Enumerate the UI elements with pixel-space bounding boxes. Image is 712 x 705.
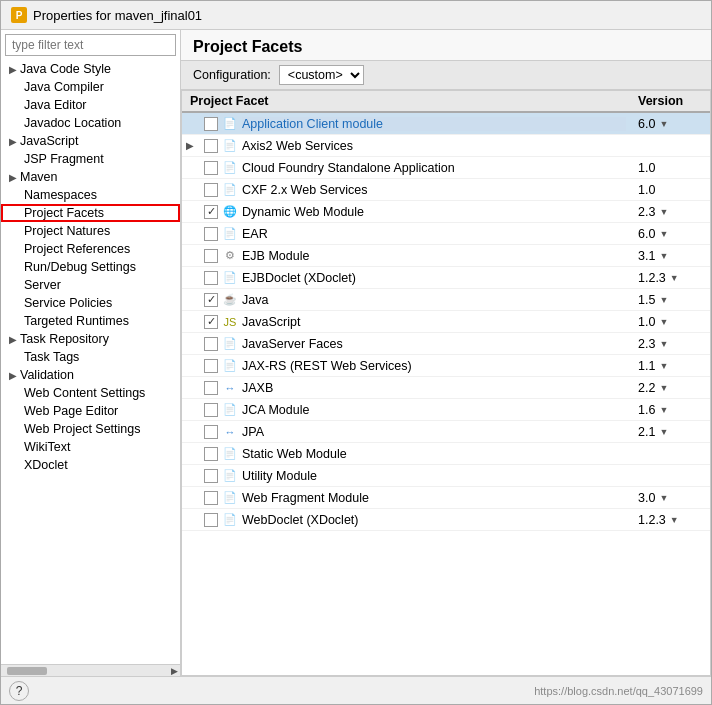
row-checkbox[interactable]	[204, 425, 218, 439]
version-dropdown-arrow[interactable]: ▼	[659, 339, 668, 349]
version-dropdown-arrow[interactable]: ▼	[659, 427, 668, 437]
table-row[interactable]: 📄Utility Module	[182, 465, 710, 487]
sidebar-item-label: Project References	[24, 242, 130, 256]
sidebar-item[interactable]: Targeted Runtimes	[1, 312, 180, 330]
sidebar-item[interactable]: Server	[1, 276, 180, 294]
row-checkbox[interactable]	[204, 183, 218, 197]
table-row[interactable]: 📄Application Client module6.0▼	[182, 113, 710, 135]
version-dropdown-arrow[interactable]: ▼	[670, 515, 679, 525]
sidebar-horiz-scroll[interactable]: ▶	[1, 664, 180, 676]
row-checkbox[interactable]	[204, 139, 218, 153]
table-row[interactable]: ▶📄Axis2 Web Services	[182, 135, 710, 157]
sidebar-item[interactable]: Task Tags	[1, 348, 180, 366]
version-dropdown-arrow[interactable]: ▼	[659, 405, 668, 415]
sidebar-item-label: Project Natures	[24, 224, 110, 238]
row-checkbox[interactable]	[204, 469, 218, 483]
config-label: Configuration:	[193, 68, 271, 82]
table-row[interactable]: 📄EJBDoclet (XDoclet)1.2.3▼	[182, 267, 710, 289]
sidebar-item[interactable]: Javadoc Location	[1, 114, 180, 132]
sidebar-item[interactable]: Web Content Settings	[1, 384, 180, 402]
version-dropdown-arrow[interactable]: ▼	[659, 295, 668, 305]
row-checkbox[interactable]	[204, 447, 218, 461]
sidebar-item[interactable]: WikiText	[1, 438, 180, 456]
table-row[interactable]: 📄WebDoclet (XDoclet)1.2.3▼	[182, 509, 710, 531]
version-dropdown-arrow[interactable]: ▼	[659, 493, 668, 503]
scroll-right-arrow[interactable]: ▶	[171, 666, 178, 676]
table-row[interactable]: ✓JSJavaScript1.0▼	[182, 311, 710, 333]
table-row[interactable]: ⚙EJB Module3.1▼	[182, 245, 710, 267]
table-row[interactable]: 📄Cloud Foundry Standalone Application1.0	[182, 157, 710, 179]
row-checkbox[interactable]	[204, 227, 218, 241]
row-label: JavaScript	[242, 315, 626, 329]
table-row[interactable]: 📄Web Fragment Module3.0▼	[182, 487, 710, 509]
row-icon: 📄	[222, 182, 238, 198]
version-dropdown-arrow[interactable]: ▼	[659, 317, 668, 327]
sidebar-item[interactable]: Web Project Settings	[1, 420, 180, 438]
row-checkbox[interactable]	[204, 359, 218, 373]
col-header-version: Version	[630, 91, 710, 111]
sidebar-item[interactable]: ▶Maven	[1, 168, 180, 186]
table-row[interactable]: ↔JAXB2.2▼	[182, 377, 710, 399]
sidebar-item[interactable]: Project Natures	[1, 222, 180, 240]
row-checkbox[interactable]: ✓	[204, 315, 218, 329]
sidebar-item[interactable]: ▶JavaScript	[1, 132, 180, 150]
row-version: 1.6▼	[630, 402, 710, 418]
row-version: 1.2.3▼	[630, 512, 710, 528]
sidebar-item[interactable]: Run/Debug Settings	[1, 258, 180, 276]
table-row[interactable]: ✓🌐Dynamic Web Module2.3▼	[182, 201, 710, 223]
version-dropdown-arrow[interactable]: ▼	[670, 273, 679, 283]
row-icon: 📄	[222, 358, 238, 374]
row-checkbox[interactable]: ✓	[204, 293, 218, 307]
sidebar-item[interactable]: Web Page Editor	[1, 402, 180, 420]
table-row[interactable]: 📄JCA Module1.6▼	[182, 399, 710, 421]
sidebar-item[interactable]: Namespaces	[1, 186, 180, 204]
row-label: JPA	[242, 425, 626, 439]
row-checkbox[interactable]	[204, 403, 218, 417]
row-checkbox[interactable]	[204, 491, 218, 505]
table-row[interactable]: 📄Static Web Module	[182, 443, 710, 465]
row-version: 2.3▼	[630, 204, 710, 220]
row-checkbox[interactable]	[204, 117, 218, 131]
table-row[interactable]: 📄EAR6.0▼	[182, 223, 710, 245]
row-checkbox[interactable]	[204, 161, 218, 175]
row-checkbox[interactable]	[204, 513, 218, 527]
version-dropdown-arrow[interactable]: ▼	[659, 207, 668, 217]
sidebar-item[interactable]: Project References	[1, 240, 180, 258]
table-row[interactable]: 📄CXF 2.x Web Services1.0	[182, 179, 710, 201]
version-text: 6.0	[638, 117, 655, 131]
title-bar: P Properties for maven_jfinal01	[1, 1, 711, 30]
row-label: EJB Module	[242, 249, 626, 263]
version-dropdown-arrow[interactable]: ▼	[659, 383, 668, 393]
sidebar-item-label: Java Editor	[24, 98, 87, 112]
version-dropdown-arrow[interactable]: ▼	[659, 251, 668, 261]
version-dropdown-arrow[interactable]: ▼	[659, 229, 668, 239]
sidebar-item[interactable]: ▶Task Repository	[1, 330, 180, 348]
row-label: JCA Module	[242, 403, 626, 417]
row-checkbox[interactable]	[204, 337, 218, 351]
row-checkbox[interactable]	[204, 271, 218, 285]
row-checkbox[interactable]	[204, 381, 218, 395]
row-checkbox[interactable]: ✓	[204, 205, 218, 219]
sidebar-item[interactable]: Service Policies	[1, 294, 180, 312]
table-row[interactable]: 📄JavaServer Faces2.3▼	[182, 333, 710, 355]
version-dropdown-arrow[interactable]: ▼	[659, 361, 668, 371]
config-dropdown[interactable]: <custom>	[279, 65, 364, 85]
sidebar: ▶Java Code StyleJava CompilerJava Editor…	[1, 30, 181, 676]
version-dropdown-arrow[interactable]: ▼	[659, 119, 668, 129]
sidebar-item[interactable]: ▶Java Code Style	[1, 60, 180, 78]
table-row[interactable]: 📄JAX-RS (REST Web Services)1.1▼	[182, 355, 710, 377]
table-row[interactable]: ↔JPA2.1▼	[182, 421, 710, 443]
sidebar-item[interactable]: JSP Fragment	[1, 150, 180, 168]
row-icon: 📄	[222, 138, 238, 154]
sidebar-item[interactable]: XDoclet	[1, 456, 180, 474]
sidebar-item[interactable]: Project Facets	[1, 204, 180, 222]
row-icon: 🌐	[222, 204, 238, 220]
table-row[interactable]: ✓☕Java1.5▼	[182, 289, 710, 311]
sidebar-item[interactable]: Java Editor	[1, 96, 180, 114]
row-expand[interactable]: ▶	[186, 140, 200, 151]
help-button[interactable]: ?	[9, 681, 29, 701]
filter-input[interactable]	[5, 34, 176, 56]
sidebar-item[interactable]: ▶Validation	[1, 366, 180, 384]
sidebar-item[interactable]: Java Compiler	[1, 78, 180, 96]
row-checkbox[interactable]	[204, 249, 218, 263]
